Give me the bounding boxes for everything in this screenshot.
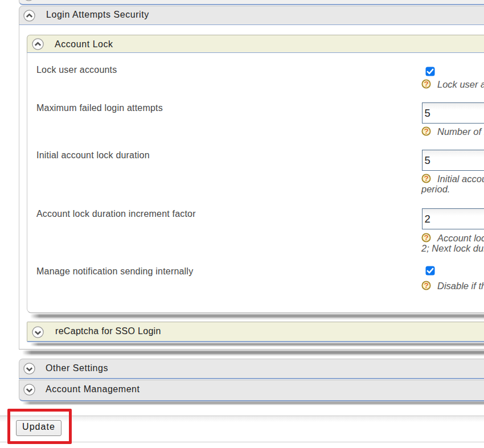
svg-text:?: ? bbox=[424, 233, 428, 242]
svg-text:?: ? bbox=[424, 127, 428, 135]
svg-text:?: ? bbox=[424, 80, 428, 88]
svg-text:?: ? bbox=[424, 174, 428, 183]
svg-text:?: ? bbox=[424, 281, 428, 290]
